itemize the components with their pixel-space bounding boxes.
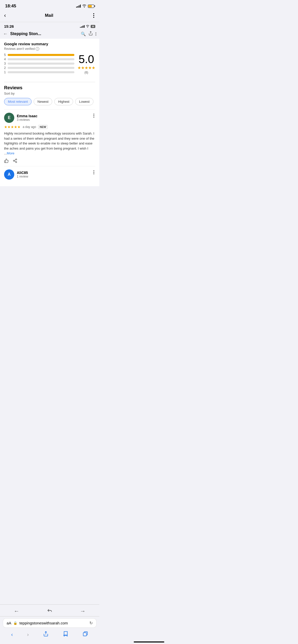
review-actions-1 bbox=[4, 158, 95, 163]
reviewer-name-2: AliC85 bbox=[17, 171, 28, 175]
sort-lowest[interactable]: Lowest bbox=[75, 98, 93, 105]
review-header-2: A AliC85 1 review bbox=[4, 169, 95, 180]
dot bbox=[93, 15, 94, 16]
svg-point-0 bbox=[16, 159, 17, 160]
new-badge-1: NEW bbox=[38, 125, 48, 129]
sort-most-relevant[interactable]: Most relevant bbox=[4, 98, 32, 105]
rating-count: (6) bbox=[77, 71, 95, 74]
review-rating-row-1: ★★★★★ a day ago NEW bbox=[4, 125, 95, 129]
review-more-button-1[interactable] bbox=[92, 113, 95, 119]
svg-point-1 bbox=[13, 160, 15, 161]
status-time: 18:45 bbox=[5, 4, 16, 9]
svg-point-2 bbox=[16, 162, 17, 163]
rating-stars: ★★★★★ bbox=[77, 65, 95, 70]
reviews-title: Reviews bbox=[4, 85, 95, 91]
inner-search-icon[interactable]: 🔍 bbox=[81, 32, 86, 36]
inner-page-title: Stepping Ston... bbox=[10, 32, 78, 36]
inner-more-button[interactable] bbox=[96, 32, 96, 36]
inner-status-time: 15:26 bbox=[4, 24, 14, 28]
sort-buttons: Most relevant Newest Highest Lowest bbox=[4, 98, 95, 105]
battery-icon: ⚡ bbox=[88, 5, 94, 8]
review-share-button-1[interactable] bbox=[13, 158, 17, 163]
inner-status-bar: 15:26 38 bbox=[0, 22, 99, 30]
review-text-1: Highly recommend booking reflexology ses… bbox=[4, 131, 95, 156]
inner-browser-bar: ← Stepping Ston... 🔍 bbox=[0, 30, 99, 39]
reviewer-count-1: 3 reviews bbox=[17, 118, 37, 122]
bar-row-1: 1 bbox=[4, 70, 74, 74]
reviewer-avatar-1: E bbox=[4, 113, 14, 123]
inner-screenshot: 15:26 38 ← Stepping Ston... 🔍 bbox=[0, 22, 99, 186]
mail-more-button[interactable] bbox=[92, 12, 95, 19]
svg-line-4 bbox=[14, 159, 16, 160]
review-like-button-1[interactable] bbox=[4, 158, 9, 163]
inner-status-icons: 38 bbox=[80, 24, 95, 28]
inner-signal-icon bbox=[80, 25, 85, 28]
bar-row-3: 3 bbox=[4, 62, 74, 65]
rating-bars: 5 4 3 2 1 bbox=[4, 53, 74, 75]
bar-row-2: 2 bbox=[4, 66, 74, 70]
dot bbox=[93, 17, 94, 18]
inner-share-icon[interactable] bbox=[88, 31, 93, 37]
reviewer-info-1: E Emma Isaac 3 reviews bbox=[4, 113, 37, 123]
rating-number: 5.0 bbox=[77, 54, 95, 65]
mail-title: Mail bbox=[45, 13, 53, 18]
reviewer-count-2: 1 review bbox=[17, 175, 28, 178]
section-heading: Google review summary bbox=[4, 42, 95, 46]
review-more-button-2[interactable] bbox=[92, 169, 95, 175]
review-header-1: E Emma Isaac 3 reviews bbox=[4, 113, 95, 123]
bar-row-4: 4 bbox=[4, 57, 74, 61]
status-icons: ⚡ bbox=[76, 4, 94, 8]
rating-container: 5 4 3 2 1 bbox=[4, 53, 95, 75]
inner-back-button[interactable]: ← bbox=[3, 31, 8, 37]
reviews-not-verified: Reviews aren't verified i bbox=[4, 47, 95, 51]
sort-newest[interactable]: Newest bbox=[34, 98, 52, 105]
inner-wifi-icon bbox=[86, 24, 89, 28]
bar-row-5: 5 bbox=[4, 53, 74, 57]
inner-battery-badge: 38 bbox=[91, 25, 95, 28]
sort-label: Sort by bbox=[4, 92, 95, 95]
mail-back-button[interactable]: ‹ bbox=[4, 12, 6, 19]
review-item-2: A AliC85 1 review bbox=[4, 166, 95, 183]
info-icon: i bbox=[36, 47, 39, 51]
status-bar: 18:45 ⚡ bbox=[0, 0, 99, 10]
svg-line-3 bbox=[14, 161, 16, 162]
reviewer-name-1: Emma Isaac bbox=[17, 114, 37, 118]
review-item-1: E Emma Isaac 3 reviews ★★★★★ a day bbox=[4, 109, 95, 166]
reviewer-info-2: A AliC85 1 review bbox=[4, 169, 28, 180]
mail-header: ‹ Mail bbox=[0, 10, 99, 22]
google-review-section: Google review summary Reviews aren't ver… bbox=[0, 39, 99, 82]
content-area: Google review summary Reviews aren't ver… bbox=[0, 39, 99, 186]
review-stars-1: ★★★★★ bbox=[4, 125, 21, 129]
wifi-icon bbox=[82, 4, 86, 8]
rating-summary: 5.0 ★★★★★ (6) bbox=[77, 54, 95, 74]
reviewer-avatar-2: A bbox=[4, 169, 14, 180]
signal-icon bbox=[76, 5, 81, 8]
sort-highest[interactable]: Highest bbox=[54, 98, 73, 105]
reviews-section: Reviews Sort by Most relevant Newest Hig… bbox=[0, 82, 99, 186]
dot bbox=[93, 13, 94, 14]
review-date-1: a day ago bbox=[23, 125, 36, 129]
review-more-link-1[interactable]: More bbox=[7, 151, 15, 155]
